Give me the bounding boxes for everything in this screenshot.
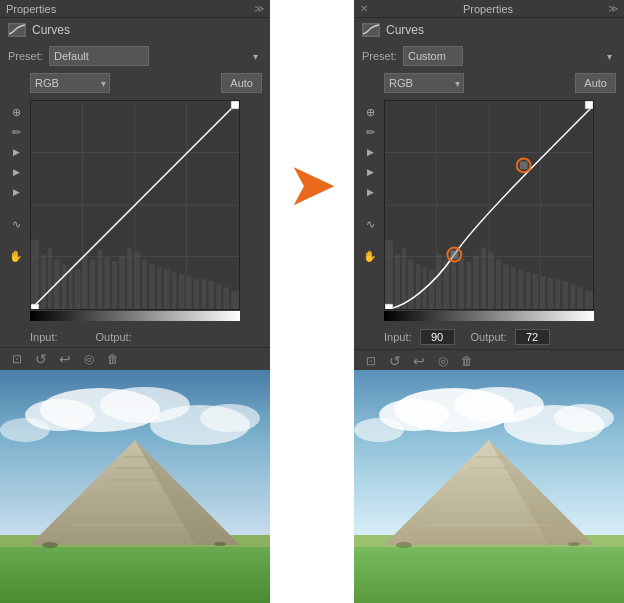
tool-pencil[interactable]: ✏ bbox=[8, 124, 24, 140]
trash-icon[interactable]: 🗑 bbox=[104, 352, 122, 366]
right-mask-icon[interactable]: ⊡ bbox=[362, 354, 380, 368]
right-output-label: Output: bbox=[471, 331, 507, 343]
svg-rect-15 bbox=[89, 259, 95, 309]
right-trash-icon[interactable]: 🗑 bbox=[458, 354, 476, 368]
svg-rect-64 bbox=[526, 272, 531, 309]
right-output-value[interactable]: 72 bbox=[515, 329, 550, 345]
right-image bbox=[354, 370, 624, 603]
center-gap bbox=[270, 370, 354, 603]
svg-rect-57 bbox=[473, 256, 479, 309]
svg-rect-86 bbox=[0, 545, 270, 603]
svg-rect-68 bbox=[555, 279, 560, 309]
eye-icon[interactable]: ◎ bbox=[80, 352, 98, 366]
right-preset-select[interactable]: Default Custom bbox=[403, 46, 463, 66]
left-curves-label: Curves bbox=[32, 23, 70, 37]
svg-rect-29 bbox=[193, 278, 199, 309]
tool-eyedrop2[interactable]: ▶ bbox=[8, 164, 24, 180]
svg-rect-24 bbox=[157, 267, 162, 309]
right-undo-icon[interactable]: ↩ bbox=[410, 354, 428, 368]
svg-point-96 bbox=[42, 542, 58, 548]
svg-rect-25 bbox=[164, 269, 170, 309]
svg-point-104 bbox=[354, 418, 404, 442]
left-curves-canvas[interactable] bbox=[30, 100, 240, 310]
left-rgb-select[interactable]: RGB Red Green Blue bbox=[30, 73, 110, 93]
left-io-row: Input: Output: bbox=[0, 327, 270, 347]
svg-rect-12 bbox=[69, 267, 73, 309]
left-image bbox=[0, 370, 270, 603]
right-input-label: Input: bbox=[384, 331, 412, 343]
rtool-pointer[interactable]: ⊕ bbox=[362, 104, 378, 120]
svg-rect-71 bbox=[577, 287, 583, 309]
tool-hand[interactable]: ✋ bbox=[8, 248, 24, 264]
left-preset-label: Preset: bbox=[8, 50, 43, 62]
svg-point-116 bbox=[568, 542, 580, 546]
rtool-hand[interactable]: ✋ bbox=[362, 248, 378, 264]
svg-rect-105 bbox=[354, 545, 624, 603]
rtool-wave[interactable]: ∿ bbox=[362, 216, 378, 232]
svg-point-85 bbox=[0, 418, 50, 442]
right-rgb-select[interactable]: RGB bbox=[384, 73, 464, 93]
left-curves-area: ⊕ ✏ ▶ ▶ ▶ ∿ ✋ bbox=[0, 96, 270, 327]
history-icon[interactable]: ↺ bbox=[32, 352, 50, 366]
left-panel-title: Properties bbox=[6, 3, 56, 15]
right-curves-canvas[interactable] bbox=[384, 100, 594, 310]
rtool-eyedrop2[interactable]: ▶ bbox=[362, 164, 378, 180]
svg-rect-30 bbox=[201, 279, 206, 309]
svg-point-115 bbox=[396, 542, 412, 548]
right-eye-icon[interactable]: ◎ bbox=[434, 354, 452, 368]
svg-rect-45 bbox=[385, 240, 393, 309]
svg-rect-69 bbox=[562, 281, 568, 309]
svg-rect-72 bbox=[585, 291, 593, 309]
tool-eyedrop1[interactable]: ▶ bbox=[8, 144, 24, 160]
rtool-pencil[interactable]: ✏ bbox=[362, 124, 378, 140]
tool-pointer[interactable]: ⊕ bbox=[8, 104, 24, 120]
svg-rect-16 bbox=[97, 250, 102, 309]
svg-rect-23 bbox=[149, 264, 155, 309]
svg-rect-60 bbox=[496, 259, 501, 309]
svg-rect-8 bbox=[41, 255, 46, 309]
svg-rect-27 bbox=[179, 274, 185, 309]
undo-icon[interactable]: ↩ bbox=[56, 352, 74, 366]
left-output-label: Output: bbox=[96, 331, 132, 343]
tool-eyedrop3[interactable]: ▶ bbox=[8, 184, 24, 200]
rtool-eyedrop3[interactable]: ▶ bbox=[362, 184, 378, 200]
arrow-container: ➤ bbox=[270, 0, 354, 370]
right-history-icon[interactable]: ↺ bbox=[386, 354, 404, 368]
right-auto-button[interactable]: Auto bbox=[575, 73, 616, 93]
right-rgb-wrapper: RGB bbox=[384, 73, 464, 93]
tool-wave[interactable]: ∿ bbox=[8, 216, 24, 232]
svg-rect-33 bbox=[223, 287, 229, 309]
svg-rect-28 bbox=[187, 276, 192, 309]
left-preset-select[interactable]: Default Custom Strong Contrast bbox=[49, 46, 149, 66]
left-auto-button[interactable]: Auto bbox=[221, 73, 262, 93]
svg-point-103 bbox=[554, 404, 614, 432]
rtool-eyedrop1[interactable]: ▶ bbox=[362, 144, 378, 160]
right-rgb-row: RGB Auto bbox=[354, 70, 624, 96]
right-input-value[interactable]: 90 bbox=[420, 329, 455, 345]
left-gradient-bar bbox=[30, 311, 240, 321]
mask-icon[interactable]: ⊡ bbox=[8, 352, 26, 366]
left-rgb-wrapper: RGB Red Green Blue bbox=[30, 73, 110, 93]
left-input-label: Input: bbox=[30, 331, 58, 343]
right-panel-close[interactable]: ✕ bbox=[360, 3, 368, 14]
svg-rect-22 bbox=[142, 259, 147, 309]
svg-rect-46 bbox=[395, 255, 400, 309]
right-panel: ✕ Properties ≫ Curves Preset: Default Cu… bbox=[354, 0, 624, 370]
svg-rect-76 bbox=[450, 251, 458, 259]
svg-rect-37 bbox=[231, 101, 239, 109]
svg-rect-9 bbox=[48, 248, 52, 309]
right-gradient-bar bbox=[384, 311, 594, 321]
svg-rect-73 bbox=[385, 304, 393, 309]
svg-rect-56 bbox=[466, 261, 471, 309]
svg-rect-62 bbox=[511, 267, 516, 309]
svg-rect-17 bbox=[104, 257, 110, 309]
right-curves-header: Curves bbox=[354, 18, 624, 42]
right-preset-row: Preset: Default Custom bbox=[354, 42, 624, 70]
svg-point-97 bbox=[214, 542, 226, 546]
right-panel-collapse[interactable]: ≫ bbox=[608, 3, 618, 14]
right-panel-top-bar: ✕ Properties ≫ bbox=[354, 0, 624, 18]
svg-rect-14 bbox=[83, 255, 88, 309]
left-panel-collapse[interactable]: ≫ bbox=[254, 3, 264, 14]
svg-rect-59 bbox=[488, 253, 494, 309]
left-panel: Properties ≫ Curves Preset: Default Cust… bbox=[0, 0, 270, 370]
